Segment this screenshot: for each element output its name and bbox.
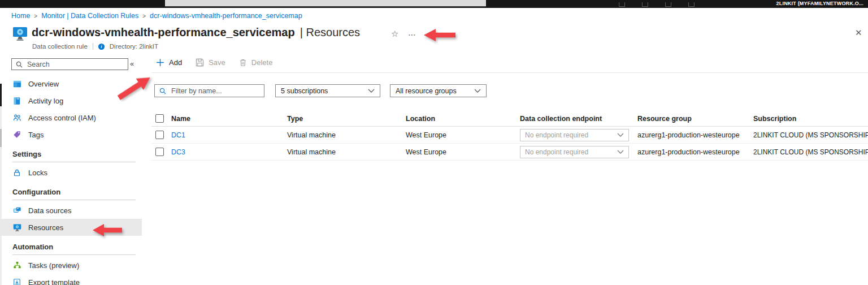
lock-icon	[12, 168, 21, 177]
chevron-down-icon	[617, 133, 624, 137]
sidebar-item-label: Data sources	[28, 206, 72, 215]
search-icon	[159, 88, 166, 94]
cell-type: Virtual machine	[287, 131, 406, 139]
resource-link[interactable]: DC3	[171, 148, 185, 156]
sidebar-item-label: Tasks (preview)	[28, 261, 79, 270]
col-type: Type	[287, 115, 406, 123]
subscriptions-value: 5 subscriptions	[281, 87, 328, 95]
breadcrumb-home[interactable]: Home	[11, 12, 30, 20]
plus-icon	[156, 58, 164, 67]
account-tenant-label[interactable]: 2LINKIT (MYFAMILYNETWORK.O...	[776, 1, 863, 6]
sidebar-item-locks[interactable]: Locks	[0, 164, 142, 181]
breadcrumb-separator: >	[142, 13, 146, 19]
topbar-icon-4	[688, 2, 695, 7]
azure-top-bar: 2LINKIT (MYFAMILYNETWORK.O...	[0, 0, 868, 8]
endpoint-value: No endpoint required	[525, 131, 588, 139]
annotation-arrow-resources	[93, 224, 122, 236]
save-button[interactable]: Save	[196, 58, 225, 67]
col-location: Location	[406, 115, 520, 123]
topbar-search-box[interactable]	[165, 0, 486, 7]
col-name: Name	[171, 115, 190, 123]
breadcrumb: Home > Monitor | Data Collection Rules >…	[11, 12, 302, 20]
resource-name: dcr-windows-vmhealth-performance_service…	[32, 26, 295, 38]
col-resource-group: Resource group	[637, 115, 753, 123]
sidebar-item-label: Resources	[28, 223, 63, 232]
table-row: DC1 Virtual machine West Europe No endpo…	[151, 127, 868, 144]
add-button-label: Add	[169, 58, 182, 67]
breadcrumb-monitor-dcr[interactable]: Monitor | Data Collection Rules	[41, 12, 138, 20]
section-divider	[12, 254, 136, 255]
collapse-sidebar-icon[interactable]: «	[130, 59, 134, 68]
page-subtitle: Data collection rule i Directory: 2linkI…	[32, 43, 158, 50]
export-template-icon	[12, 278, 21, 285]
delete-button-label: Delete	[251, 58, 273, 67]
sidebar-item-label: Tags	[28, 131, 44, 139]
access-control-icon	[12, 113, 21, 122]
endpoint-dropdown[interactable]: No endpoint required	[520, 129, 629, 141]
sidebar-item-label: Activity log	[28, 97, 63, 105]
sidebar-item-label: Overview	[28, 80, 59, 88]
col-endpoint: Data collection endpoint	[520, 115, 637, 123]
activity-log-icon	[12, 96, 21, 105]
tasks-icon	[12, 261, 21, 270]
row-checkbox[interactable]	[155, 131, 164, 139]
sidebar-item-label: Export template	[28, 278, 80, 285]
close-icon[interactable]: ✕	[855, 28, 862, 38]
sidebar-item-tags[interactable]: Tags	[0, 126, 142, 143]
cell-type: Virtual machine	[287, 148, 406, 156]
trash-icon	[239, 58, 247, 67]
command-bar: Add Save Delete	[156, 58, 272, 67]
sidebar-section-configuration: Configuration	[0, 181, 142, 197]
endpoint-dropdown[interactable]: No endpoint required	[520, 146, 629, 158]
chevron-down-icon	[617, 150, 624, 154]
save-icon	[196, 58, 204, 67]
info-icon: i	[98, 44, 105, 50]
col-subscription: Subscription	[753, 115, 868, 123]
breadcrumb-current-rule[interactable]: dcr-windows-vmhealth-performance_service…	[150, 12, 302, 20]
sidebar-section-settings: Settings	[0, 143, 142, 159]
row-checkbox[interactable]	[155, 148, 164, 156]
toolbar-divider	[151, 72, 868, 73]
search-icon	[16, 61, 23, 68]
sidebar-section-automation: Automation	[0, 236, 142, 252]
sidebar-item-label: Locks	[28, 169, 47, 177]
sidebar-item-export-template[interactable]: Export template	[0, 274, 142, 285]
cell-location: West Europe	[406, 148, 520, 156]
subscriptions-dropdown[interactable]: 5 subscriptions	[275, 84, 380, 97]
favorite-star-icon[interactable]: ☆	[391, 29, 398, 39]
filter-by-name-box[interactable]	[154, 84, 264, 97]
cell-location: West Europe	[406, 131, 520, 139]
topbar-icons	[619, 2, 695, 7]
sidebar-item-access-control[interactable]: Access control (IAM)	[0, 109, 142, 126]
add-button[interactable]: Add	[156, 58, 182, 67]
resource-groups-value: All resource groups	[396, 87, 457, 95]
topbar-icon-2	[642, 2, 648, 7]
resource-link[interactable]: DC1	[171, 131, 185, 139]
section-divider	[12, 200, 136, 200]
resources-icon	[12, 223, 21, 232]
resource-groups-dropdown[interactable]: All resource groups	[390, 84, 487, 97]
chevron-down-icon	[474, 89, 481, 93]
filter-by-name-input[interactable]	[170, 87, 264, 96]
sidebar-item-data-sources[interactable]: Data sources	[0, 202, 142, 219]
sidebar-search-input[interactable]	[26, 60, 128, 69]
more-options-icon[interactable]: ⋯	[408, 30, 416, 39]
select-all-checkbox[interactable]	[155, 114, 164, 123]
page-title: dcr-windows-vmhealth-performance_service…	[32, 26, 360, 39]
cell-resource-group: azurerg1-production-westeurope	[637, 131, 753, 139]
delete-button[interactable]: Delete	[239, 58, 273, 67]
sidebar-search-box[interactable]	[11, 58, 128, 70]
data-collection-rule-icon	[12, 26, 28, 44]
sidebar-nav: Overview Activity log Access control (IA…	[0, 75, 142, 285]
subtitle-divider	[93, 43, 93, 50]
tags-icon	[12, 130, 21, 139]
directory-label: Directory: 2linkIT	[110, 43, 158, 50]
topbar-icon-3	[665, 2, 671, 7]
data-sources-icon	[12, 206, 21, 215]
sidebar-item-label: Access control (IAM)	[28, 114, 96, 122]
topbar-icon-1	[619, 2, 625, 7]
sidebar-item-tasks[interactable]: Tasks (preview)	[0, 257, 142, 274]
cell-subscription: 2LINKIT CLOUD (MS SPONSORSHIP)	[753, 131, 868, 139]
cell-subscription: 2LINKIT CLOUD (MS SPONSORSHIP)	[753, 148, 868, 156]
table-row: DC3 Virtual machine West Europe No endpo…	[151, 144, 868, 161]
